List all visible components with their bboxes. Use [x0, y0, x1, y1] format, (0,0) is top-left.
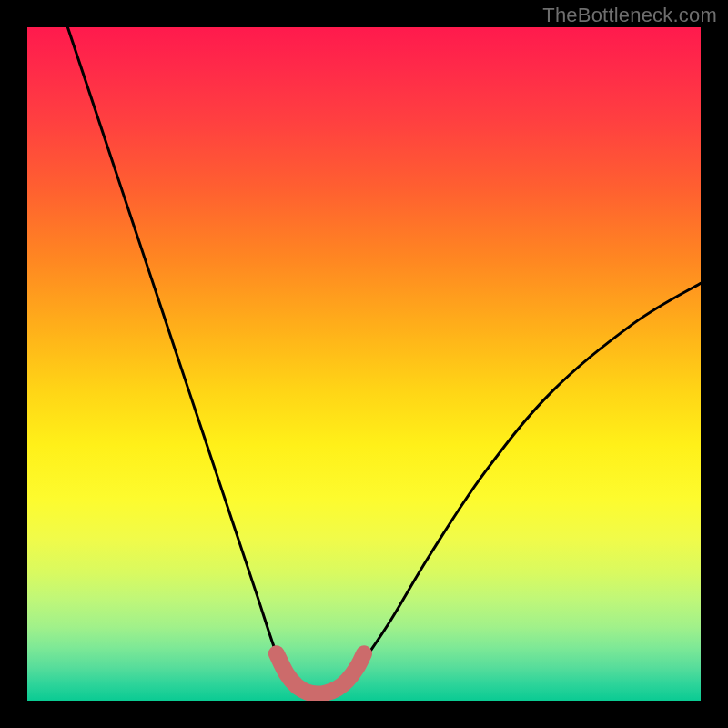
bottom-highlight — [277, 653, 364, 693]
chart-frame: TheBottleneck.com — [0, 0, 728, 728]
curve-layer — [27, 27, 701, 701]
plot-area — [27, 27, 701, 701]
watermark-label: TheBottleneck.com — [542, 4, 717, 27]
bottleneck-curve — [67, 27, 701, 697]
